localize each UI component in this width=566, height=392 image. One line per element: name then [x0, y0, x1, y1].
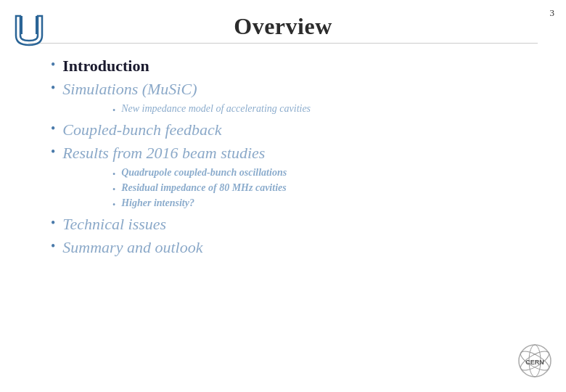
- page-number: 3: [550, 7, 555, 19]
- item-label-coupled-bunch: Coupled-bunch feedback: [62, 121, 221, 139]
- item-label-simulations: Simulations (MuSiC): [62, 80, 197, 99]
- content-area: • Introduction • Simulations (MuSiC) • N…: [0, 57, 566, 257]
- sub-item-label: Residual impedance of 80 MHz cavities: [121, 182, 286, 194]
- cern-logo: CERN: [517, 343, 553, 379]
- sub-bullet-icon: •: [112, 169, 115, 180]
- svg-text:CERN: CERN: [525, 359, 544, 366]
- sub-item: • Residual impedance of 80 MHz cavities: [112, 182, 537, 195]
- bullet-icon: •: [51, 144, 55, 160]
- sub-item: • Higher intensity?: [112, 197, 537, 211]
- bullet-icon: •: [51, 216, 55, 231]
- list-item: • Coupled-bunch feedback: [51, 121, 537, 139]
- sub-bullet-icon: •: [112, 184, 115, 195]
- bullet-icon: •: [51, 121, 55, 136]
- sub-items-simulations: • New impedance model of accelerating ca…: [51, 103, 537, 116]
- bullet-icon: •: [51, 239, 55, 254]
- sub-bullet-icon: •: [112, 105, 115, 116]
- sub-item-label: Higher intensity?: [121, 197, 194, 209]
- sub-items-results: • Quadrupole coupled-bunch oscillations …: [51, 167, 537, 211]
- logo: [10, 10, 48, 48]
- list-item: • Results from 2016 beam studies: [51, 144, 537, 163]
- bullet-icon: •: [51, 81, 55, 96]
- bullet-icon: •: [51, 57, 55, 73]
- list-item: • Introduction: [51, 57, 537, 75]
- sub-item: • New impedance model of accelerating ca…: [112, 103, 537, 116]
- slide-title: Overview: [0, 0, 566, 40]
- title-divider: [28, 43, 538, 44]
- item-label-results: Results from 2016 beam studies: [62, 144, 265, 163]
- sub-item-label: Quadrupole coupled-bunch oscillations: [121, 167, 287, 179]
- list-item: • Simulations (MuSiC): [51, 80, 537, 99]
- list-item: • Summary and outlook: [51, 238, 537, 257]
- item-label-introduction: Introduction: [62, 57, 149, 75]
- sub-bullet-icon: •: [112, 200, 115, 211]
- list-item: • Technical issues: [51, 215, 537, 234]
- sub-item-label: New impedance model of accelerating cavi…: [121, 103, 311, 115]
- item-label-technical: Technical issues: [62, 215, 166, 234]
- sub-item: • Quadrupole coupled-bunch oscillations: [112, 167, 537, 180]
- item-label-summary: Summary and outlook: [62, 238, 202, 257]
